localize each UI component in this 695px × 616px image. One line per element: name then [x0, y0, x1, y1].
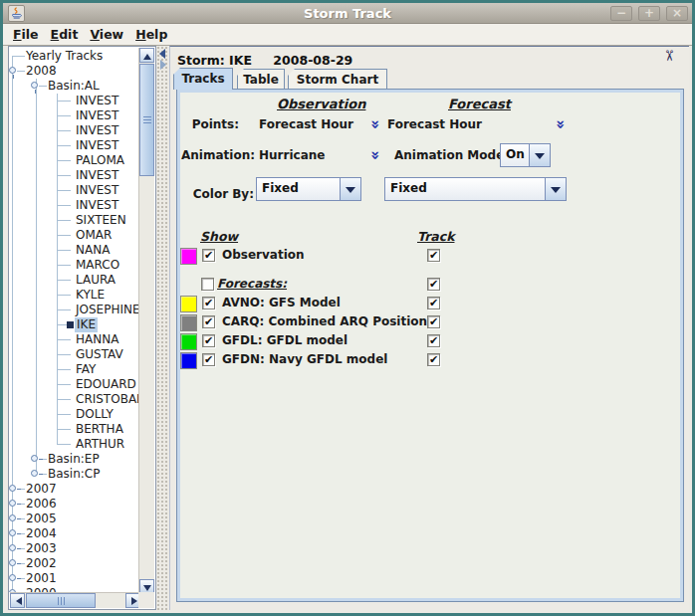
track-checkbox-gfdn-navy-gfdl-model[interactable]	[427, 353, 440, 366]
points-forecast-expand-icon[interactable]	[552, 117, 568, 131]
tree-item-paloma[interactable]: PALOMA	[9, 153, 138, 168]
tree-item-cristobal[interactable]: CRISTOBAL	[9, 392, 138, 407]
expand-node-icon[interactable]	[31, 455, 38, 462]
collapse-node-icon[interactable]	[9, 67, 16, 74]
tree-item-label: 2007	[26, 482, 57, 497]
minimize-icon[interactable]: −	[610, 6, 632, 21]
collapse-right-icon[interactable]	[160, 60, 166, 70]
menu-help[interactable]: Help	[129, 24, 173, 42]
menu-file[interactable]: File	[7, 24, 45, 42]
tree-item-kyle[interactable]: KYLE	[9, 288, 138, 303]
tree-item-fay[interactable]: FAY	[9, 362, 138, 377]
animation-mode-select[interactable]: On	[500, 143, 551, 167]
track-checkbox-carq-combined-arq-position[interactable]	[427, 315, 440, 328]
scroll-up-icon[interactable]	[139, 48, 154, 63]
cut-icon[interactable]	[661, 50, 677, 66]
color-by-observation-select[interactable]: Fixed	[256, 177, 361, 201]
tree-item-laura[interactable]: LAURA	[9, 273, 138, 288]
track-checkbox-forecasts[interactable]	[427, 278, 440, 291]
tree-branch-line	[57, 235, 71, 236]
maximize-icon[interactable]: +	[638, 6, 660, 21]
storm-header: Storm: IKE 2008-08-29	[177, 53, 352, 68]
expand-node-icon[interactable]	[9, 559, 16, 566]
tree-item-invest[interactable]: INVEST	[9, 138, 138, 153]
tree-item-marco[interactable]: MARCO	[9, 258, 138, 273]
split-pane-divider[interactable]	[156, 46, 169, 610]
show-checkbox-gfdn-navy-gfdl-model[interactable]	[202, 353, 215, 366]
animation-mode-label: Animation Mode:	[394, 148, 509, 162]
track-checkbox-observation[interactable]	[427, 249, 440, 262]
animation-expand-icon[interactable]	[366, 148, 382, 162]
expand-node-icon[interactable]	[31, 470, 38, 477]
tree-item-ike[interactable]: IKE	[9, 317, 138, 332]
tree-item-invest[interactable]: INVEST	[9, 94, 138, 108]
points-forecast-value[interactable]: Forecast Hour	[387, 117, 482, 131]
tree-item-omar[interactable]: OMAR	[9, 228, 138, 243]
tree-item-hanna[interactable]: HANNA	[9, 332, 138, 347]
tree-item-bertha[interactable]: BERTHA	[9, 422, 138, 437]
tree-item-2003[interactable]: 2003	[9, 541, 138, 556]
tree-item-2005[interactable]: 2005	[9, 512, 138, 526]
color-by-forecast-select[interactable]: Fixed	[384, 177, 567, 201]
show-checkbox-carq-combined-arq-position[interactable]	[202, 315, 215, 328]
tree-vertical-scrollbar[interactable]	[138, 48, 154, 594]
tree-item-basin-cp[interactable]: Basin:CP	[9, 467, 138, 482]
tree-item-invest[interactable]: INVEST	[9, 198, 138, 213]
tree-item-arthur[interactable]: ARTHUR	[9, 437, 138, 452]
animation-value[interactable]: Hurricane	[259, 148, 325, 162]
points-observation-expand-icon[interactable]	[366, 117, 382, 131]
scroll-left-icon[interactable]	[10, 593, 25, 608]
points-observation-value[interactable]: Forecast Hour	[259, 117, 353, 131]
horizontal-scroll-thumb[interactable]	[26, 593, 96, 608]
tree-item-2001[interactable]: 2001	[9, 571, 138, 586]
tree-item-basin-ep[interactable]: Basin:EP	[9, 452, 138, 467]
menu-view[interactable]: View	[84, 24, 129, 42]
expand-node-icon[interactable]	[9, 529, 16, 536]
collapse-node-icon[interactable]	[31, 82, 38, 89]
tree-item-2006[interactable]: 2006	[9, 497, 138, 512]
vertical-scroll-thumb[interactable]	[139, 64, 154, 176]
tree-item-basin-al[interactable]: Basin:AL	[9, 79, 138, 94]
tree-item-2007[interactable]: 2007	[9, 482, 138, 497]
show-checkbox-forecasts[interactable]	[201, 278, 214, 291]
tree-item-yearly-tracks[interactable]: Yearly Tracks	[9, 49, 138, 64]
tree-item-invest[interactable]: INVEST	[9, 183, 138, 198]
tree-horizontal-scrollbar[interactable]	[10, 592, 140, 608]
expand-node-icon[interactable]	[9, 514, 16, 521]
storm-tree[interactable]: Yearly Tracks2008Basin:ALINVESTINVESTINV…	[9, 47, 138, 592]
tree-item-dolly[interactable]: DOLLY	[9, 407, 138, 422]
show-checkbox-gfdl-gfdl-model[interactable]	[202, 334, 215, 347]
tree-item-sixteen[interactable]: SIXTEEN	[9, 213, 138, 228]
dropdown-arrow-icon[interactable]	[529, 144, 550, 166]
collapse-left-icon[interactable]	[159, 49, 165, 59]
menu-edit[interactable]: Edit	[45, 24, 85, 42]
dropdown-arrow-icon[interactable]	[545, 178, 566, 200]
tree-item-2008[interactable]: 2008	[9, 64, 138, 79]
close-icon[interactable]: ×	[666, 6, 688, 21]
tab-storm-chart[interactable]: Storm Chart	[288, 69, 387, 89]
show-checkbox-observation[interactable]	[202, 249, 215, 262]
tree-item-gustav[interactable]: GUSTAV	[9, 347, 138, 362]
expand-node-icon[interactable]	[9, 500, 16, 507]
expand-node-icon[interactable]	[9, 544, 16, 551]
tree-item-2004[interactable]: 2004	[9, 526, 138, 541]
show-checkbox-avno-gfs-model[interactable]	[202, 297, 215, 309]
tree-item-2002[interactable]: 2002	[9, 556, 138, 571]
tree-item-invest[interactable]: INVEST	[9, 168, 138, 183]
tree-item-label: HANNA	[76, 332, 118, 347]
dropdown-arrow-icon[interactable]	[340, 178, 360, 200]
tab-table[interactable]: Table	[237, 69, 285, 89]
track-checkbox-gfdl-gfdl-model[interactable]	[427, 334, 440, 347]
tree-item-edouard[interactable]: EDOUARD	[9, 377, 138, 392]
color-swatch-observation	[180, 248, 197, 265]
tab-tracks[interactable]: Tracks	[173, 68, 233, 90]
tree-item-josephine[interactable]: JOSEPHINE	[9, 303, 138, 317]
track-checkbox-avno-gfs-model[interactable]	[427, 297, 440, 309]
titlebar[interactable]: Storm Track − + ×	[3, 3, 692, 24]
tree-item-invest[interactable]: INVEST	[9, 108, 138, 123]
tree-item-nana[interactable]: NANA	[9, 243, 138, 258]
tree-item-label: 2008	[26, 64, 57, 79]
expand-node-icon[interactable]	[9, 485, 16, 492]
tree-item-invest[interactable]: INVEST	[9, 123, 138, 138]
expand-node-icon[interactable]	[9, 574, 16, 581]
